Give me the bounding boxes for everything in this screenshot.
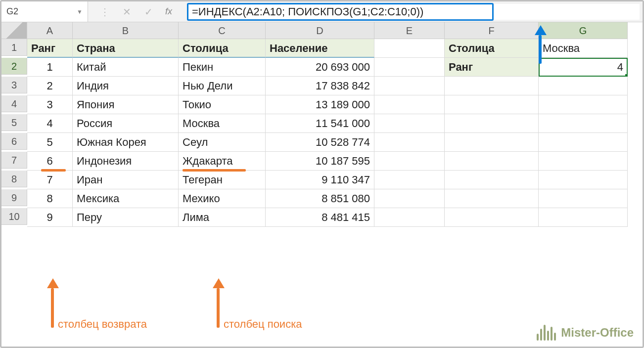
arrow-formula-to-cell <box>535 25 546 64</box>
cell-F2[interactable]: Ранг <box>445 58 539 77</box>
cell-B6[interactable]: Южная Корея <box>73 133 179 152</box>
cell-F7[interactable] <box>445 152 539 171</box>
cell-A9[interactable]: 8 <box>27 189 73 208</box>
cell-E1[interactable] <box>374 39 445 58</box>
cell-A3[interactable]: 2 <box>27 77 73 95</box>
formula-bar-buttons: ⋮ ✕ ✓ fx <box>88 6 184 18</box>
cell-C8[interactable]: Тегеран <box>179 171 266 189</box>
col-header-A[interactable]: A <box>27 22 73 39</box>
col-header-G[interactable]: G <box>539 22 628 39</box>
row-header-4[interactable]: 4 <box>1 95 27 112</box>
cell-E4[interactable] <box>374 95 445 114</box>
cell-B1[interactable]: Страна <box>73 39 179 58</box>
cell-F9[interactable] <box>445 189 539 208</box>
cell-G5[interactable] <box>539 114 628 133</box>
cell-F8[interactable] <box>445 171 539 189</box>
cell-D7[interactable]: 10 187 595 <box>266 152 374 171</box>
cell-G7[interactable] <box>539 152 628 171</box>
cancel-icon[interactable]: ✕ <box>122 6 132 18</box>
cell-G3[interactable] <box>539 77 628 95</box>
row-header-1[interactable]: 1 <box>1 39 27 56</box>
cell-C1[interactable]: Столица <box>179 39 266 58</box>
cell-A7[interactable]: 6 <box>27 152 73 171</box>
cell-B4[interactable]: Япония <box>73 95 179 114</box>
cell-G4[interactable] <box>539 95 628 114</box>
cell-G9[interactable] <box>539 189 628 208</box>
select-all-corner[interactable] <box>1 22 27 39</box>
row-header-6[interactable]: 6 <box>1 133 27 150</box>
cell-D1[interactable]: Население <box>266 39 374 58</box>
cell-B10[interactable]: Перу <box>73 208 179 227</box>
col-header-E[interactable]: E <box>374 22 445 39</box>
cell-D3[interactable]: 17 838 842 <box>266 77 374 95</box>
cell-E3[interactable] <box>374 77 445 95</box>
row-header-2[interactable]: 2 <box>1 58 27 75</box>
cell-E8[interactable] <box>374 171 445 189</box>
cell-A10[interactable]: 9 <box>27 208 73 227</box>
cell-B9[interactable]: Мексика <box>73 189 179 208</box>
cell-C7[interactable]: Ждакарта <box>179 152 266 171</box>
cell-C4[interactable]: Токио <box>179 95 266 114</box>
cell-B2[interactable]: Китай <box>73 58 179 77</box>
row-header-9[interactable]: 9 <box>1 189 27 206</box>
col-header-C[interactable]: C <box>179 22 266 39</box>
cell-G8[interactable] <box>539 171 628 189</box>
row-header-3[interactable]: 3 <box>1 77 27 93</box>
row-header-5[interactable]: 5 <box>1 114 27 131</box>
cell-D5[interactable]: 11 541 000 <box>266 114 374 133</box>
cell-F6[interactable] <box>445 133 539 152</box>
row-header-7[interactable]: 7 <box>1 152 27 169</box>
cell-G2[interactable]: 4 <box>539 58 628 77</box>
fx-icon[interactable]: fx <box>165 6 172 17</box>
enter-icon[interactable]: ✓ <box>143 6 153 18</box>
chevron-down-icon[interactable]: ▼ <box>77 8 83 15</box>
formula-text: =ИНДЕКС(A2:A10; ПОИСКПОЗ(G1;C2:C10;0)) <box>192 5 423 18</box>
cell-F5[interactable] <box>445 114 539 133</box>
cell-E9[interactable] <box>374 189 445 208</box>
formula-input[interactable]: =ИНДЕКС(A2:A10; ПОИСКПОЗ(G1;C2:C10;0)) <box>187 4 640 20</box>
cell-D4[interactable]: 13 189 000 <box>266 95 374 114</box>
cell-E2[interactable] <box>374 58 445 77</box>
name-box[interactable]: G2 ▼ <box>1 1 88 22</box>
cell-G1[interactable]: Москва <box>539 39 628 58</box>
cell-A1[interactable]: Ранг <box>27 39 73 58</box>
cell-D10[interactable]: 8 481 415 <box>266 208 374 227</box>
row-header-10[interactable]: 10 <box>1 208 27 225</box>
cell-G6[interactable] <box>539 133 628 152</box>
cell-G10[interactable] <box>539 208 628 227</box>
col-header-D[interactable]: D <box>266 22 374 39</box>
cell-F10[interactable] <box>445 208 539 227</box>
cell-E6[interactable] <box>374 133 445 152</box>
cell-C5[interactable]: Москва <box>179 114 266 133</box>
cell-A6[interactable]: 5 <box>27 133 73 152</box>
spreadsheet-grid[interactable]: A B C D E F G 1 Ранг Страна Столица Насе… <box>1 22 643 301</box>
cell-E7[interactable] <box>374 152 445 171</box>
cell-F1[interactable]: Столица <box>445 39 539 58</box>
label-search-column: столбец поиска <box>224 318 302 331</box>
cell-D2[interactable]: 20 693 000 <box>266 58 374 77</box>
row-header-8[interactable]: 8 <box>1 171 27 187</box>
cell-C2[interactable]: Пекин <box>179 58 266 77</box>
col-header-F[interactable]: F <box>445 22 539 39</box>
col-header-B[interactable]: B <box>73 22 179 39</box>
empty-area[interactable] <box>1 227 628 301</box>
cell-D8[interactable]: 9 110 347 <box>266 171 374 189</box>
cell-B7[interactable]: Индонезия <box>73 152 179 171</box>
cell-A4[interactable]: 3 <box>27 95 73 114</box>
cell-B3[interactable]: Индия <box>73 77 179 95</box>
cell-C9[interactable]: Мехико <box>179 189 266 208</box>
cell-B8[interactable]: Иран <box>73 171 179 189</box>
cell-C10[interactable]: Лима <box>179 208 266 227</box>
cell-A2[interactable]: 1 <box>27 58 73 77</box>
cell-B5[interactable]: Россия <box>73 114 179 133</box>
cell-A5[interactable]: 4 <box>27 114 73 133</box>
cell-C3[interactable]: Нью Дели <box>179 77 266 95</box>
cell-F3[interactable] <box>445 77 539 95</box>
cell-D6[interactable]: 10 528 774 <box>266 133 374 152</box>
cell-F4[interactable] <box>445 95 539 114</box>
cell-E5[interactable] <box>374 114 445 133</box>
cell-D9[interactable]: 8 851 080 <box>266 189 374 208</box>
cell-A8[interactable]: 7 <box>27 171 73 189</box>
cell-C6[interactable]: Сеул <box>179 133 266 152</box>
cell-E10[interactable] <box>374 208 445 227</box>
